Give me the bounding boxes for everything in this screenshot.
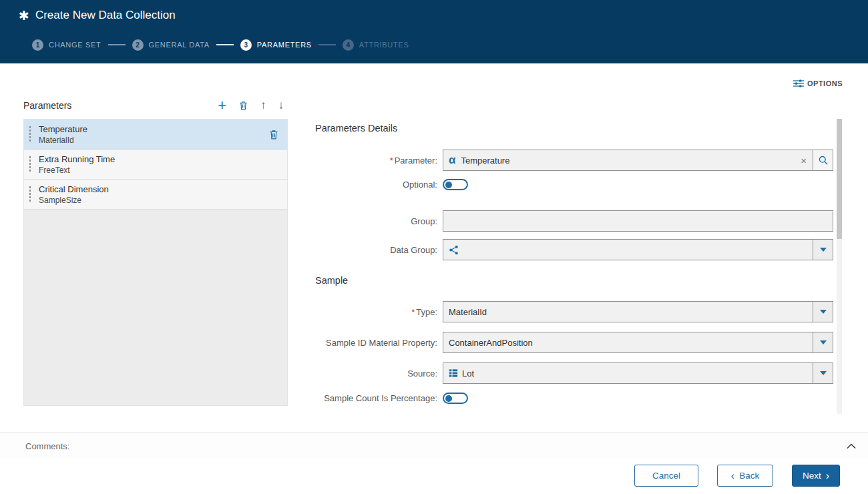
sample-count-is-percentage-row: Sample Count Is Percentage:	[307, 393, 833, 404]
required-marker: *	[411, 307, 415, 317]
search-icon	[818, 155, 829, 166]
sample-id-material-property-value: ContainerAndPosition	[443, 338, 533, 348]
drag-handle-icon[interactable]	[29, 156, 31, 173]
next-label: Next	[803, 471, 821, 481]
back-label: Back	[739, 471, 759, 481]
source-value: Lot	[458, 368, 474, 379]
step-connector	[318, 44, 336, 45]
wizard-steps: 1 CHANGE SET 2 GENERAL DATA 3 PARAMETERS…	[0, 31, 868, 59]
plus-icon: +	[218, 100, 226, 111]
options-filter-icon	[793, 79, 804, 88]
step-number-badge: 4	[343, 39, 354, 51]
scrollbar-thumb[interactable]	[837, 119, 842, 239]
parameter-input[interactable]: α Temperature ×	[443, 150, 813, 171]
group-field-row: Group:	[307, 210, 833, 232]
step-number-badge: 3	[240, 39, 252, 51]
cancel-label: Cancel	[652, 471, 680, 481]
arrow-down-icon: ↓	[278, 100, 284, 111]
sample-count-is-percentage-toggle[interactable]	[443, 393, 468, 404]
chevron-left-icon: ‹	[731, 471, 734, 481]
data-group-label: Data Group:	[307, 245, 437, 255]
parameters-panel-title: Parameters	[23, 100, 71, 111]
param-name: Extra Running Time	[39, 154, 115, 164]
drag-handle-icon[interactable]	[29, 186, 31, 203]
wizard-step-parameters[interactable]: 3 PARAMETERS	[240, 39, 312, 51]
wizard-step-change-set[interactable]: 1 CHANGE SET	[32, 39, 101, 51]
trash-icon	[238, 100, 248, 111]
next-button[interactable]: Next›	[792, 465, 840, 487]
wizard-step-general-data[interactable]: 2 GENERAL DATA	[132, 39, 210, 51]
chevron-up-icon	[847, 443, 856, 449]
parameter-label: *Parameter:	[307, 156, 437, 166]
chevron-down-icon	[820, 248, 827, 252]
optional-toggle[interactable]	[443, 179, 468, 190]
parameters-details-panel: Parameters Details *Parameter: α Tempera…	[307, 119, 833, 414]
toggle-knob	[445, 182, 452, 188]
sample-id-material-property-label: Sample ID Material Property:	[307, 338, 437, 348]
delete-parameter-button[interactable]	[238, 100, 248, 111]
move-down-button[interactable]: ↓	[278, 100, 284, 111]
parameter-search-button[interactable]	[813, 150, 833, 171]
parameter-field-row: *Parameter: α Temperature ×	[307, 150, 833, 171]
type-label: *Type:	[307, 307, 437, 317]
optional-label: Optional:	[307, 180, 437, 190]
cancel-button[interactable]: Cancel	[634, 465, 698, 487]
sample-id-material-property-dropdown-button[interactable]	[813, 332, 833, 352]
clear-icon[interactable]: ×	[801, 156, 807, 166]
comments-section: Comments:	[0, 433, 868, 459]
options-button[interactable]: OPTIONS	[793, 79, 843, 88]
list-item[interactable]: Critical Dimension SampleSize	[24, 180, 287, 210]
app-header: ✱ Create New Data Collection 1 CHANGE SE…	[0, 0, 868, 63]
details-title: Parameters Details	[315, 123, 397, 134]
step-number-badge: 1	[32, 39, 43, 51]
sample-id-material-property-select[interactable]: ContainerAndPosition	[443, 332, 833, 353]
collapse-comments-button[interactable]	[847, 443, 856, 449]
delete-item-icon[interactable]	[268, 129, 279, 140]
param-type: MaterialId	[39, 136, 87, 145]
add-parameter-button[interactable]: +	[218, 100, 226, 111]
parameter-value: Temperature	[455, 156, 509, 166]
type-select[interactable]: MaterialId	[443, 301, 833, 322]
options-label: OPTIONS	[807, 79, 843, 87]
lot-grid-icon	[449, 368, 458, 378]
parameters-toolbar: + ↑ ↓	[218, 100, 288, 111]
page-title: Create New Data Collection	[35, 9, 176, 22]
required-marker: *	[390, 156, 393, 166]
move-up-button[interactable]: ↑	[260, 100, 266, 111]
vertical-scrollbar[interactable]	[837, 119, 842, 414]
comments-label: Comments:	[25, 441, 69, 451]
source-label: Source:	[307, 368, 437, 379]
type-dropdown-button[interactable]	[813, 302, 833, 322]
param-type: FreeText	[39, 166, 115, 175]
type-field-row: *Type: MaterialId	[307, 301, 833, 322]
optional-field-row: Optional:	[307, 179, 833, 190]
data-group-dropdown-button[interactable]	[813, 240, 833, 260]
footer-actions: Cancel ‹Back Next›	[0, 465, 868, 487]
list-item[interactable]: Extra Running Time FreeText	[24, 150, 287, 180]
parameters-list: Temperature MaterialId Extra Running Tim…	[23, 119, 288, 406]
data-group-field-row: Data Group:	[307, 239, 833, 260]
source-select[interactable]: Lot	[443, 362, 833, 384]
step-label: ATTRIBUTES	[359, 41, 409, 49]
sample-id-material-property-row: Sample ID Material Property: ContainerAn…	[307, 332, 833, 353]
data-group-select[interactable]	[443, 239, 833, 260]
step-label: CHANGE SET	[49, 41, 101, 49]
param-name: Temperature	[39, 124, 87, 134]
chevron-down-icon	[820, 310, 827, 314]
alpha-parameter-icon: α	[449, 154, 455, 167]
param-type: SampleSize	[39, 196, 109, 205]
wizard-step-attributes[interactable]: 4 ATTRIBUTES	[343, 39, 409, 51]
source-dropdown-button[interactable]	[813, 363, 833, 383]
sample-section-title: Sample	[315, 275, 348, 286]
arrow-up-icon: ↑	[260, 100, 266, 111]
group-input[interactable]	[443, 210, 833, 232]
step-connector	[216, 44, 234, 45]
param-name: Critical Dimension	[39, 184, 109, 194]
list-item[interactable]: Temperature MaterialId	[24, 119, 287, 150]
toggle-knob	[445, 395, 452, 402]
step-label: GENERAL DATA	[149, 41, 210, 49]
drag-handle-icon[interactable]	[29, 126, 31, 143]
back-button[interactable]: ‹Back	[717, 465, 773, 487]
chevron-down-icon	[820, 371, 827, 375]
type-value: MaterialId	[443, 307, 487, 317]
